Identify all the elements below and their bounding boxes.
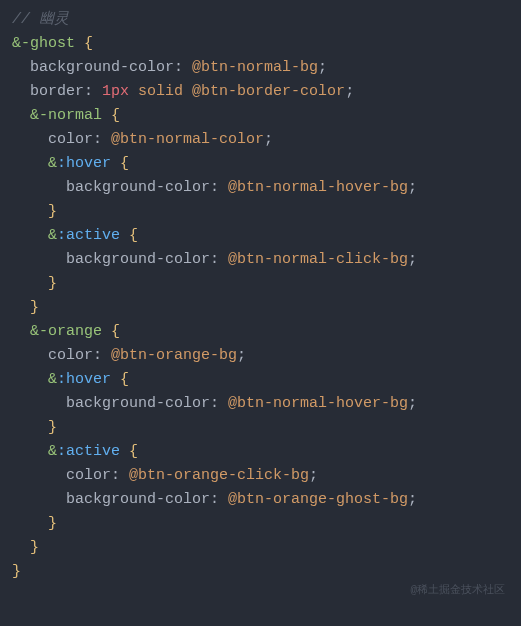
code-block: // 幽灵 &-ghost { background-color: @btn-n… — [0, 8, 521, 584]
code-line: background-color: @btn-normal-bg; — [0, 56, 521, 80]
property: color — [66, 467, 111, 484]
punct: : — [210, 491, 228, 508]
code-line: background-color: @btn-normal-click-bg; — [0, 248, 521, 272]
punct: : — [93, 131, 111, 148]
code-line: } — [0, 536, 521, 560]
property: background-color — [66, 395, 210, 412]
code-line: &:active { — [0, 224, 521, 248]
punct: ; — [408, 251, 417, 268]
code-line: } — [0, 512, 521, 536]
punct: ; — [264, 131, 273, 148]
code-line: border: 1px solid @btn-border-color; — [0, 80, 521, 104]
pseudo-class: :active — [57, 443, 120, 460]
code-line: &-ghost { — [0, 32, 521, 56]
brace: { — [111, 371, 129, 388]
variable: @btn-orange-bg — [111, 347, 237, 364]
code-line: background-color: @btn-normal-hover-bg; — [0, 176, 521, 200]
pseudo-class: :hover — [57, 371, 111, 388]
punct: ; — [345, 83, 354, 100]
property: background-color — [30, 59, 174, 76]
variable: @btn-normal-hover-bg — [228, 179, 408, 196]
property: color — [48, 347, 93, 364]
number: 1px — [102, 83, 129, 100]
punct: ; — [408, 491, 417, 508]
code-line: background-color: @btn-normal-hover-bg; — [0, 392, 521, 416]
brace: } — [48, 275, 57, 292]
property: border — [30, 83, 84, 100]
brace: } — [30, 539, 39, 556]
code-line: &-orange { — [0, 320, 521, 344]
variable: @btn-normal-color — [111, 131, 264, 148]
brace: { — [102, 323, 120, 340]
code-line: } — [0, 416, 521, 440]
code-line: &:hover { — [0, 152, 521, 176]
brace: { — [120, 227, 138, 244]
code-line: &:active { — [0, 440, 521, 464]
brace: } — [48, 203, 57, 220]
code-line: background-color: @btn-orange-ghost-bg; — [0, 488, 521, 512]
code-line: color: @btn-orange-bg; — [0, 344, 521, 368]
brace: } — [12, 563, 21, 580]
brace: { — [102, 107, 120, 124]
comment-text: // 幽灵 — [12, 11, 69, 28]
code-line: color: @btn-orange-click-bg; — [0, 464, 521, 488]
code-line: } — [0, 296, 521, 320]
selector: &-normal — [30, 107, 102, 124]
punct: ; — [318, 59, 327, 76]
punct: : — [84, 83, 102, 100]
selector: & — [48, 443, 57, 460]
brace: { — [75, 35, 93, 52]
variable: @btn-normal-hover-bg — [228, 395, 408, 412]
brace: } — [48, 419, 57, 436]
property: background-color — [66, 251, 210, 268]
variable: @btn-normal-bg — [192, 59, 318, 76]
variable: @btn-border-color — [192, 83, 345, 100]
selector: & — [48, 227, 57, 244]
code-line: &-normal { — [0, 104, 521, 128]
code-line: } — [0, 200, 521, 224]
punct: : — [111, 467, 129, 484]
punct — [129, 83, 138, 100]
punct: : — [210, 395, 228, 412]
punct: : — [93, 347, 111, 364]
code-line: } — [0, 560, 521, 584]
punct: ; — [309, 467, 318, 484]
punct: ; — [408, 395, 417, 412]
punct: : — [210, 251, 228, 268]
brace: { — [111, 155, 129, 172]
variable: @btn-orange-ghost-bg — [228, 491, 408, 508]
property: background-color — [66, 491, 210, 508]
selector: &-orange — [30, 323, 102, 340]
code-line: } — [0, 272, 521, 296]
punct: ; — [237, 347, 246, 364]
brace: } — [30, 299, 39, 316]
watermark: @稀土掘金技术社区 — [410, 582, 505, 600]
punct: ; — [408, 179, 417, 196]
selector: & — [48, 371, 57, 388]
pseudo-class: :hover — [57, 155, 111, 172]
brace: { — [120, 443, 138, 460]
variable: @btn-normal-click-bg — [228, 251, 408, 268]
punct: : — [174, 59, 192, 76]
variable: @btn-orange-click-bg — [129, 467, 309, 484]
brace: } — [48, 515, 57, 532]
punct: : — [210, 179, 228, 196]
code-line: color: @btn-normal-color; — [0, 128, 521, 152]
keyword: solid — [138, 83, 183, 100]
punct — [183, 83, 192, 100]
selector: &-ghost — [12, 35, 75, 52]
property: color — [48, 131, 93, 148]
code-line: // 幽灵 — [0, 8, 521, 32]
selector: & — [48, 155, 57, 172]
pseudo-class: :active — [57, 227, 120, 244]
code-line: &:hover { — [0, 368, 521, 392]
property: background-color — [66, 179, 210, 196]
